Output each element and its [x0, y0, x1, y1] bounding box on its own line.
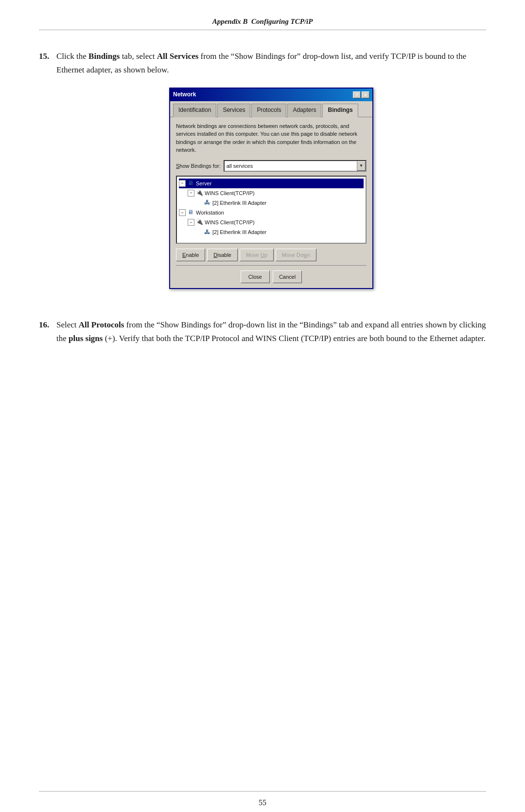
- dropdown-arrow-icon[interactable]: ▼: [357, 161, 366, 171]
- page-container: Appendix B Configuring TCP/iP 15. Click …: [0, 0, 525, 812]
- close-dialog-button[interactable]: Close: [241, 271, 270, 283]
- tree-etherlink-1[interactable]: 🖧 [2] Etherlink III Adapter: [196, 198, 364, 208]
- step-15-number: 15.: [39, 50, 56, 304]
- tab-adapters[interactable]: Adapters: [287, 104, 321, 117]
- dialog-wrapper: Network ? × Identification: [56, 88, 486, 289]
- close-button[interactable]: ×: [362, 91, 369, 98]
- tree-workstation[interactable]: − 🖥 Workstation: [179, 208, 364, 217]
- disable-button[interactable]: Disable: [207, 249, 238, 261]
- content-area: 15. Click the Bindings tab, select All S…: [39, 30, 486, 791]
- tabs-bar: Identification Services Protocols Adapte…: [170, 101, 372, 117]
- tree-wins-server[interactable]: − 🔌 WINS Client(TCP/IP): [188, 188, 364, 198]
- tree-expand-server[interactable]: −: [179, 180, 186, 187]
- tree-label-workstation: Workstation: [196, 208, 224, 217]
- move-up-button[interactable]: Move Up: [240, 249, 274, 261]
- help-button[interactable]: ?: [353, 91, 361, 98]
- appendix-label: Appendix B: [212, 18, 248, 25]
- move-down-button[interactable]: Move Down: [276, 249, 316, 261]
- tree-label-server: Server: [196, 179, 211, 188]
- tab-services[interactable]: Services: [217, 104, 250, 117]
- dialog-titlebar: Network ? ×: [170, 89, 372, 101]
- show-bindings-label: Show Bindings for:: [176, 162, 221, 170]
- bindings-dropdown-value: all services: [225, 161, 357, 171]
- tree-label-etherlink-2: [2] Etherlink III Adapter: [212, 228, 266, 236]
- page-header: Appendix B Configuring TCP/iP: [39, 0, 486, 30]
- tree-server[interactable]: − 🖥 Server: [179, 179, 364, 188]
- tree-expand-wins-workstation[interactable]: −: [188, 219, 194, 226]
- dialog-title: Network: [173, 90, 196, 100]
- step-15-text: Click the Bindings tab, select All Servi…: [56, 50, 486, 304]
- tab-identification[interactable]: Identification: [173, 104, 216, 117]
- tree-etherlink-2[interactable]: 🖧 [2] Etherlink III Adapter: [196, 227, 364, 237]
- binding-description: Network bindings are connections between…: [176, 122, 367, 154]
- titlebar-buttons: ? ×: [353, 91, 369, 98]
- show-bindings-row: Show Bindings for: all services ▼: [176, 160, 367, 172]
- action-buttons: Enable Disable Move Up Move Down: [176, 249, 367, 261]
- server-icon: 🖥: [187, 180, 194, 187]
- dialog-body: Network bindings are connections between…: [170, 117, 372, 288]
- adapter-icon-2: 🖧: [203, 229, 211, 235]
- bindings-tree[interactable]: − 🖥 Server − 🔌 WINS Client(TCP/IP): [176, 176, 367, 244]
- adapter-icon-1: 🖧: [203, 199, 211, 206]
- page-footer: 55: [39, 791, 486, 812]
- enable-button[interactable]: Enable: [176, 249, 205, 261]
- tree-label-etherlink-1: [2] Etherlink III Adapter: [212, 198, 266, 207]
- close-label: Close: [248, 274, 262, 280]
- close-cancel-row: Close Cancel: [176, 269, 367, 283]
- tree-label-wins-server: WINS Client(TCP/IP): [205, 189, 255, 198]
- step-16-number: 16.: [39, 318, 56, 345]
- tree-label-wins-workstation: WINS Client(TCP/IP): [205, 218, 255, 227]
- bindings-dropdown-wrapper[interactable]: all services ▼: [224, 160, 367, 172]
- step-16: 16. Select All Protocols from the “Show …: [39, 318, 486, 345]
- network-icon-2: 🔌: [195, 219, 203, 226]
- server-icon-2: 🖥: [187, 209, 194, 216]
- step-16-text: Select All Protocols from the “Show Bind…: [56, 318, 486, 345]
- tree-expand-wins-server[interactable]: −: [188, 190, 194, 197]
- tab-protocols[interactable]: Protocols: [251, 104, 286, 117]
- chapter-title: Configuring TCP/iP: [251, 18, 313, 25]
- network-dialog: Network ? × Identification: [169, 88, 373, 289]
- header-title: Appendix B Configuring TCP/iP: [212, 18, 313, 25]
- cancel-label: Cancel: [279, 274, 296, 280]
- tree-wins-workstation[interactable]: − 🔌 WINS Client(TCP/IP): [188, 217, 364, 227]
- cancel-button[interactable]: Cancel: [273, 271, 302, 283]
- page-number: 55: [259, 798, 266, 807]
- step-15: 15. Click the Bindings tab, select All S…: [39, 50, 486, 304]
- tab-bindings[interactable]: Bindings: [322, 104, 358, 117]
- network-icon-1: 🔌: [195, 190, 203, 197]
- tree-expand-workstation[interactable]: −: [179, 209, 186, 216]
- dialog-divider: [176, 265, 367, 266]
